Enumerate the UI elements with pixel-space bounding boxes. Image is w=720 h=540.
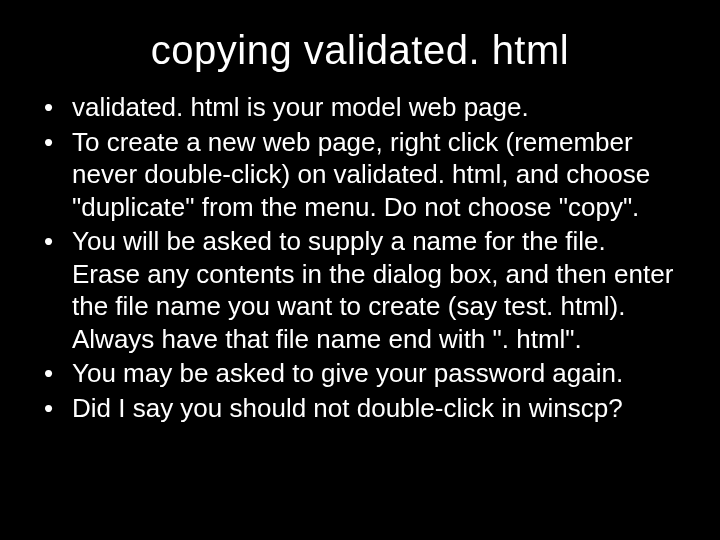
list-item: You will be asked to supply a name for t… bbox=[40, 225, 680, 355]
list-item: You may be asked to give your password a… bbox=[40, 357, 680, 390]
bullet-list: validated. html is your model web page. … bbox=[40, 91, 680, 424]
slide: copying validated. html validated. html … bbox=[0, 0, 720, 540]
list-item: validated. html is your model web page. bbox=[40, 91, 680, 124]
list-item: Did I say you should not double-click in… bbox=[40, 392, 680, 425]
list-item: To create a new web page, right click (r… bbox=[40, 126, 680, 224]
slide-title: copying validated. html bbox=[40, 28, 680, 73]
